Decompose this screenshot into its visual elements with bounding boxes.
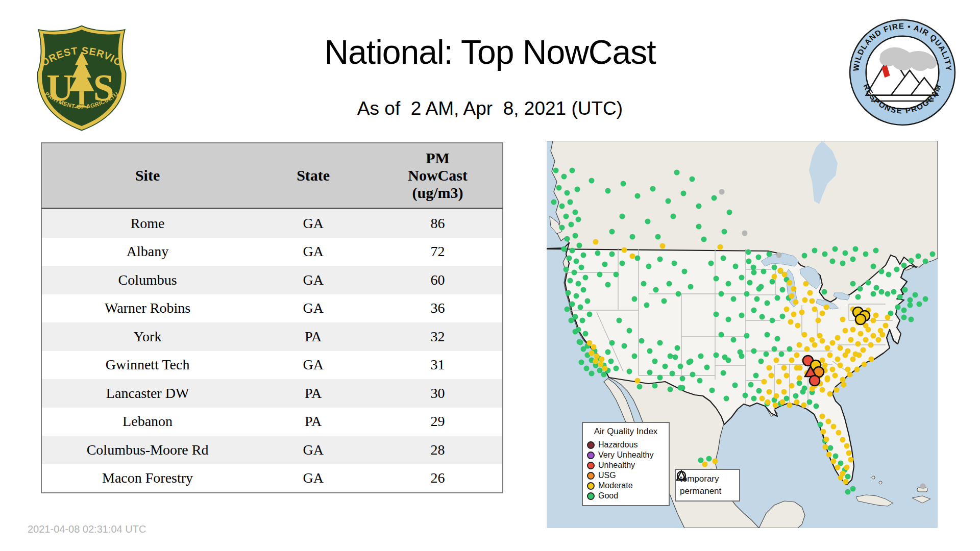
aqi-dot-good — [760, 314, 765, 320]
aqi-dot-good — [605, 349, 611, 355]
aqi-dot-good — [830, 259, 836, 264]
aqi-dot-good — [601, 372, 607, 378]
aqi-dot-good — [653, 287, 659, 293]
aqi-dot-good — [822, 289, 827, 295]
aqi-dot-good — [577, 243, 582, 248]
marker-type-item-permanent: permanent — [680, 485, 735, 497]
aqi-dot-moderate — [788, 319, 794, 325]
aqi-dot-good — [923, 259, 928, 264]
aqi-dot-moderate — [593, 359, 599, 364]
aqi-dot-moderate — [846, 450, 852, 456]
aqi-dot-moderate — [789, 383, 795, 389]
aqi-dot-moderate — [718, 244, 723, 250]
aqi-dot-moderate — [782, 272, 788, 278]
aqi-dot-good — [724, 396, 729, 402]
aqi-dot-moderate — [848, 337, 854, 343]
aqi-dot-moderate — [869, 357, 874, 362]
aqi-legend-label: Good — [598, 491, 618, 500]
aqi-dot-good — [727, 210, 732, 215]
aqi-dot-good — [639, 338, 645, 344]
aqi-legend-label: Moderate — [598, 481, 633, 490]
site-cell: Columbus — [41, 266, 253, 294]
aqi-dot-good — [901, 315, 907, 320]
aqi-dot-good — [565, 236, 570, 242]
aqi-dot-good — [657, 375, 663, 381]
aqi-dot-moderate — [781, 389, 787, 395]
aqi-dot-moderate — [835, 465, 841, 470]
very_unhealthy-swatch-icon — [587, 452, 595, 459]
aqi-dot-good — [568, 278, 573, 284]
aqi-dot-good — [570, 168, 575, 173]
aqi-dot-good — [620, 261, 625, 266]
aqi-dot-good — [756, 255, 762, 260]
aqi-dot-good — [581, 346, 586, 352]
site-cell: Gwinnett Tech — [41, 351, 253, 380]
aqi-dot-good — [569, 222, 574, 228]
table-row: Gwinnett TechGA31 — [41, 351, 503, 380]
aqi-dot-good — [632, 296, 638, 302]
aqi-dot-moderate — [794, 353, 800, 358]
aqi-dot-good — [744, 291, 750, 297]
aqi-dot-good — [682, 269, 688, 274]
state-cell: GA — [253, 436, 373, 464]
aqi-dot-good — [909, 317, 914, 322]
table-row: AlbanyGA72 — [41, 238, 503, 266]
aqi-dot-good — [746, 249, 751, 255]
aqi-dot-good — [772, 346, 777, 352]
aqi-dot-good — [657, 340, 663, 346]
aqi-dot-good — [559, 204, 565, 209]
column-header-pm-nowcast: PM NowCast (ug/m3) — [373, 143, 503, 209]
aqi-dot-good — [678, 385, 683, 391]
aqi-dot-good — [814, 404, 819, 409]
aqi-dot-moderate — [876, 337, 881, 343]
aqi-dot-good — [767, 252, 772, 257]
aqi-dot-moderate — [780, 399, 786, 405]
aqi-dot-good — [751, 348, 757, 354]
aqi-dot-moderate — [841, 382, 847, 388]
aqi-dot-good — [754, 296, 760, 302]
aqi-dot-unknown — [776, 253, 782, 258]
marker-type-legend: temporarypermanent — [675, 469, 740, 502]
aqi-dot-moderate — [810, 337, 815, 343]
aqi-dot-good — [739, 275, 745, 281]
aqi-dot-moderate — [784, 373, 790, 379]
aqi-dot-good — [812, 248, 818, 254]
aqi-dot-good — [663, 364, 668, 369]
aqi-dot-moderate — [824, 437, 829, 442]
aqi-dot-good — [583, 331, 589, 337]
site-cell: Macon Forestry — [41, 464, 253, 493]
site-cell: Rome — [41, 209, 253, 238]
aqi-dot-moderate — [594, 354, 600, 359]
table-row: LebanonPA29 — [41, 408, 503, 436]
marker-type-item-temporary: temporary — [680, 473, 735, 485]
aqi-dot-good — [885, 291, 891, 297]
aqi-dot-good — [565, 190, 570, 196]
aqi-dot-good — [739, 313, 745, 318]
aqi-dot-good — [818, 422, 823, 428]
aqi-dot-good — [871, 264, 876, 269]
aqi-dot-good — [793, 393, 799, 399]
aqi-dot-good — [676, 291, 681, 297]
pm-nowcast-cell: 36 — [373, 294, 503, 323]
aqi-dot-good — [746, 259, 752, 264]
aqi-dot-good — [886, 272, 892, 278]
aqi-dot-good — [583, 275, 589, 281]
aqi-dot-good — [722, 355, 728, 360]
aqi-dot-good — [874, 285, 879, 291]
aqi-dot-good — [719, 332, 724, 338]
aqi-dot-moderate — [820, 414, 825, 419]
aqi-dot-moderate — [787, 403, 793, 408]
state-cell: GA — [253, 351, 373, 380]
aqi-dot-moderate — [794, 399, 800, 405]
aqi-dot-good — [722, 229, 727, 235]
aqi-dot-good — [690, 372, 696, 378]
aqi-dot-moderate — [773, 403, 778, 408]
state-cell: GA — [253, 266, 373, 294]
aqi-dot-good — [585, 298, 591, 304]
aqi-dot-moderate — [827, 353, 833, 358]
aqi-dot-good — [566, 290, 571, 296]
aqi-dot-good — [605, 282, 611, 288]
aqi-dot-good — [573, 233, 578, 239]
aqi-dot-good — [574, 293, 579, 299]
aqi-dot-good — [871, 291, 876, 297]
